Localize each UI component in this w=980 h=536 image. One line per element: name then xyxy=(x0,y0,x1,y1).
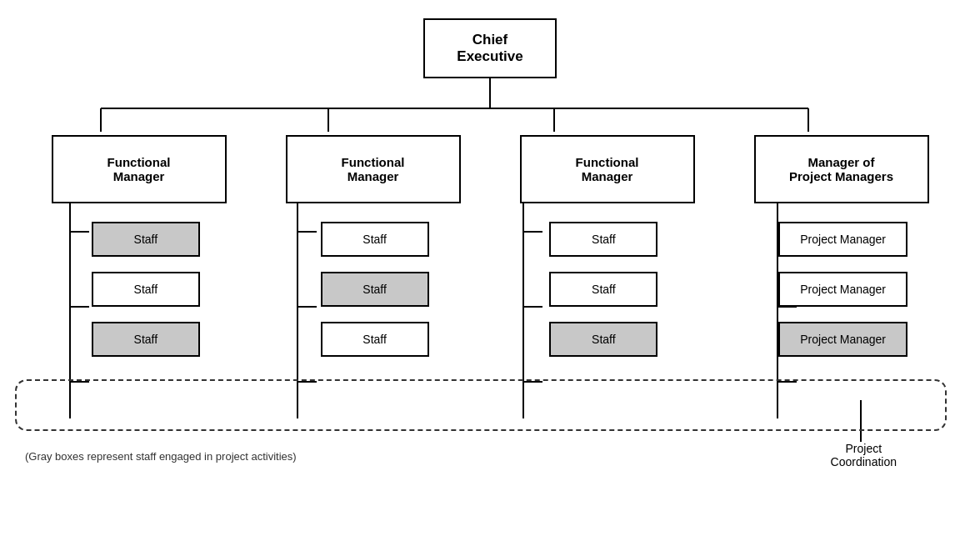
col2-staff-2: Staff xyxy=(321,272,429,307)
col2-staff-1: Staff xyxy=(321,222,429,257)
col3-staff-row-3: Staff xyxy=(549,322,658,357)
col3-staff-row-2: Staff xyxy=(549,272,658,307)
functional-manager-1-label: Functional Manager xyxy=(108,155,171,183)
functional-manager-3-label: Functional Manager xyxy=(576,155,639,183)
pm-manager-label: Manager of Project Managers xyxy=(789,155,893,183)
col2-staff-row-3: Staff xyxy=(321,322,429,357)
col4-pm-row-3: Project Manager xyxy=(778,322,908,357)
col1-staff-row-2: Staff xyxy=(92,272,200,307)
col1-staff-row-1: Staff xyxy=(92,222,200,257)
org-chart: Chief Executive Functional Manager Funct… xyxy=(0,0,980,536)
col3-staff-1: Staff xyxy=(549,222,658,257)
staff-area: Staff Staff Staff Staff xyxy=(8,222,972,357)
functional-manager-2: Functional Manager xyxy=(286,135,461,203)
functional-manager-3: Functional Manager xyxy=(520,135,695,203)
col4-pm-row-1: Project Manager xyxy=(778,222,908,257)
col1-staff-1: Staff xyxy=(92,222,200,257)
col1-staff: Staff Staff Staff xyxy=(92,222,200,357)
col3-staff-2: Staff xyxy=(549,272,658,307)
col3-staff-row-1: Staff xyxy=(549,222,658,257)
col4-pm-1: Project Manager xyxy=(778,222,908,257)
col2-staff-row-2: Staff xyxy=(321,272,429,307)
chief-executive-label: Chief Executive xyxy=(457,32,522,65)
col1-staff-3: Staff xyxy=(92,322,200,357)
col4-staff: Project Manager Project Manager Project … xyxy=(778,222,908,357)
col1-staff-2: Staff xyxy=(92,272,200,307)
functional-manager-2-label: Functional Manager xyxy=(342,155,405,183)
col2-staff-row-1: Staff xyxy=(321,222,429,257)
manager-row: Functional Manager Functional Manager Fu… xyxy=(8,135,972,203)
chief-level: Chief Executive xyxy=(8,18,972,78)
col4-pm-2: Project Manager xyxy=(778,272,908,307)
col3-staff-3: Staff xyxy=(549,322,658,357)
col4-pm-row-2: Project Manager xyxy=(778,272,908,307)
col2-staff-3: Staff xyxy=(321,322,429,357)
dashed-boundary xyxy=(15,379,947,431)
project-coordination-label: ProjectCoordination xyxy=(831,442,897,468)
pm-manager-box: Manager of Project Managers xyxy=(754,135,929,203)
col4-pm-3: Project Manager xyxy=(778,322,908,357)
col1-staff-row-3: Staff xyxy=(92,322,200,357)
functional-manager-1: Functional Manager xyxy=(52,135,227,203)
col3-staff: Staff Staff Staff xyxy=(549,222,658,357)
chief-executive-box: Chief Executive xyxy=(423,18,557,78)
gray-box-caption: (Gray boxes represent staff engaged in p… xyxy=(25,450,297,463)
col2-staff: Staff Staff Staff xyxy=(321,222,429,357)
